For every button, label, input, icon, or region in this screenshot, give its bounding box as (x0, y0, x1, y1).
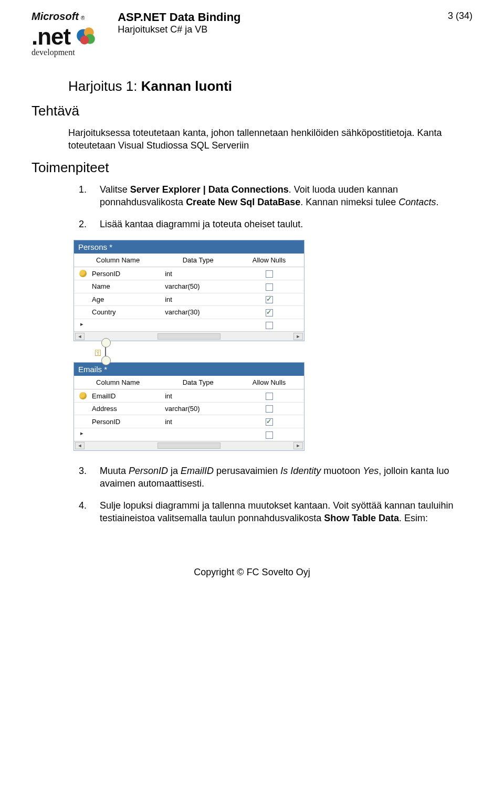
emails-columns-grid: Column Name Data Type Allow Nulls EmailI… (74, 376, 304, 440)
persons-title: Persons * (74, 240, 304, 254)
checkbox-checked-icon (266, 296, 273, 303)
table-row: PersonID int (74, 267, 304, 280)
table-row: Name varchar(50) (74, 280, 304, 293)
logo-block: Microsoft ® .net development (32, 10, 97, 57)
checkbox-icon (266, 322, 273, 329)
doc-subtitle: Harjoitukset C# ja VB (118, 24, 448, 35)
logo-microsoft: Microsoft (32, 10, 79, 23)
logo-development: development (32, 48, 75, 57)
pk-icon: PersonID (74, 267, 162, 280)
scroll-thumb (158, 333, 220, 340)
exercise-title: Harjoitus 1: Kannan luonti (68, 78, 462, 94)
logo-dotnet: .net (32, 24, 70, 50)
step-body: Muuta PersonID ja EmailID perusavaimien … (100, 465, 462, 490)
steps-list-cont: 3. Muuta PersonID ja EmailID perusavaimi… (79, 465, 462, 525)
table-row-empty (74, 319, 304, 331)
table-row: Address varchar(50) (74, 402, 304, 415)
scroll-left-icon: ◄ (75, 442, 85, 449)
step-2: 2. Lisää kantaa diagrammi ja toteuta ohe… (79, 218, 462, 230)
col-header-name: Column Name (74, 376, 162, 389)
content-area: Harjoitus 1: Kannan luonti Tehtävä Harjo… (68, 78, 462, 525)
title-bold: Kannan luonti (141, 78, 232, 94)
task-paragraph: Harjoituksessa toteutetaan kanta, johon … (68, 126, 462, 152)
step-1: 1. Valitse Server Explorer | Data Connec… (79, 183, 462, 209)
persons-table-designer: Persons * Column Name Data Type Allow Nu… (74, 240, 304, 341)
pk-icon: EmailID (74, 389, 162, 403)
table-row: Country varchar(30) (74, 306, 304, 319)
step-number: 2. (79, 218, 90, 230)
emails-table-designer: Emails * Column Name Data Type Allow Nul… (74, 362, 304, 450)
logo-registered: ® (81, 15, 85, 21)
dotnet-icon (75, 25, 97, 49)
checkbox-icon (266, 283, 273, 291)
step-body: Sulje lopuksi diagrammi ja tallenna muut… (100, 499, 462, 525)
steps-list: 1. Valitse Server Explorer | Data Connec… (79, 183, 462, 231)
db-diagram: Persons * Column Name Data Type Allow Nu… (74, 240, 462, 450)
checkbox-icon (266, 431, 273, 439)
table-row: Age int (74, 293, 304, 306)
page-header: Microsoft ® .net development ASP.NET Dat… (32, 10, 472, 57)
relation-key-icon: ⚿ (94, 349, 102, 357)
col-header-nulls: Allow Nulls (234, 376, 304, 389)
step-body: Valitse Server Explorer | Data Connectio… (100, 183, 462, 209)
relation-connector: ⚿ (105, 341, 106, 362)
step-3: 3. Muuta PersonID ja EmailID perusavaimi… (79, 465, 462, 490)
col-header-nulls: Allow Nulls (234, 254, 304, 267)
page-number: 3 (34) (448, 10, 472, 22)
title-prefix: Harjoitus 1: (68, 78, 141, 94)
col-header-type: Data Type (162, 376, 234, 389)
checkbox-icon (266, 393, 273, 400)
heading-task: Tehtävä (32, 103, 462, 119)
scroll-right-icon: ► (293, 442, 303, 449)
footer-copyright: Copyright © FC Sovelto Oyj (32, 567, 472, 578)
checkbox-checked-icon (266, 418, 273, 426)
step-4: 4. Sulje lopuksi diagrammi ja tallenna m… (79, 499, 462, 525)
table-row-empty (74, 428, 304, 440)
scroll-right-icon: ► (293, 333, 303, 340)
step-number: 1. (79, 183, 90, 209)
step-number: 3. (79, 465, 90, 490)
doc-title: ASP.NET Data Binding (118, 10, 448, 24)
table-row: EmailID int (74, 389, 304, 403)
col-header-type: Data Type (162, 254, 234, 267)
step-number: 4. (79, 499, 90, 525)
table-row: PersonID int (74, 415, 304, 428)
emails-title: Emails * (74, 363, 304, 376)
heading-steps: Toimenpiteet (32, 160, 462, 176)
checkbox-icon (266, 270, 273, 278)
svg-point-3 (80, 36, 89, 45)
checkbox-icon (266, 405, 273, 413)
persons-columns-grid: Column Name Data Type Allow Nulls Person… (74, 254, 304, 331)
step-body: Lisää kantaa diagrammi ja toteuta oheise… (100, 218, 303, 230)
checkbox-checked-icon (266, 309, 273, 317)
col-header-name: Column Name (74, 254, 162, 267)
scroll-thumb (158, 442, 220, 449)
doc-title-block: ASP.NET Data Binding Harjoitukset C# ja … (118, 10, 448, 35)
scroll-left-icon: ◄ (75, 333, 85, 340)
scrollbar: ◄ ► (74, 441, 304, 450)
